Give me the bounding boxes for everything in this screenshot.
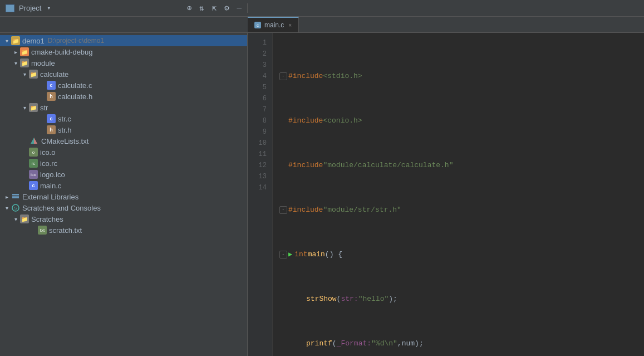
- tab-main-c[interactable]: c main.c ×: [248, 17, 299, 32]
- tree-item-logo-ico[interactable]: ico logo.ico: [0, 169, 247, 180]
- tree-item-cmakelists[interactable]: CMakeLists.txt: [0, 135, 247, 147]
- tree-item-scratches-consoles[interactable]: S Scratches and Consoles: [0, 202, 247, 213]
- tree-label-demo1: demo1: [22, 37, 45, 45]
- tree-item-main-c[interactable]: c main.c: [0, 180, 247, 191]
- tree-label-calculate-c: calculate.c: [58, 81, 92, 90]
- code-line-3: #include "module/calculate/calculate.h": [279, 160, 644, 171]
- arrow-calculate: [20, 71, 29, 77]
- arrow-str: [20, 105, 29, 111]
- main-area: 📁 demo1 D:\project-c\demo1 📁 cmake-build…: [0, 33, 644, 356]
- tree-label-calculate-h: calculate.h: [58, 92, 92, 101]
- ico-file-icon: ico: [29, 170, 38, 179]
- arrow-demo1: [2, 38, 11, 44]
- tab-close-button[interactable]: ×: [288, 22, 292, 28]
- c-file-icon-str-c: c: [47, 114, 56, 123]
- code-editor[interactable]: 1 2 3 4 5 6 7 8 9 10 11 12 13 14 -#inclu…: [248, 33, 644, 356]
- tree-label-main-c: main.c: [40, 182, 61, 190]
- tree-item-scratch-txt[interactable]: txt scratch.txt: [0, 225, 247, 236]
- tree-item-ico-o[interactable]: o ico.o: [0, 147, 247, 158]
- tree-item-scratches[interactable]: 📁 Scratches: [0, 213, 247, 225]
- svg-rect-4: [12, 197, 19, 198]
- collapse-all-icon[interactable]: ⇅: [199, 3, 204, 13]
- fold-btn-1[interactable]: -: [279, 72, 287, 80]
- tree-item-external-libraries[interactable]: External Libraries: [0, 191, 247, 202]
- folder-icon-cmake-build-debug: 📁: [20, 47, 29, 56]
- project-toolbar-icons: ⊕ ⇅ ⇱ ⚙ —: [187, 3, 242, 13]
- svg-rect-3: [12, 196, 19, 197]
- tree-label-calculate: calculate: [40, 70, 68, 79]
- expand-all-icon[interactable]: ⇱: [212, 3, 217, 13]
- folder-icon-str: 📁: [29, 103, 38, 112]
- txt-file-icon: txt: [38, 226, 47, 235]
- tab-filename: main.c: [264, 21, 284, 29]
- folder-icon-scratches: 📁: [20, 214, 29, 223]
- c-file-icon-calculate-c: c: [47, 81, 56, 90]
- settings-icon[interactable]: ⚙: [224, 3, 229, 13]
- line-numbers: 1 2 3 4 5 6 7 8 9 10 11 12 13 14: [248, 33, 273, 356]
- code-content[interactable]: -#include <stdio.h> #include <conio.h> #…: [273, 33, 644, 356]
- tree-item-str-c[interactable]: c str.c: [0, 113, 247, 124]
- project-panel-header: Project ▾ ⊕ ⇅ ⇱ ⚙ —: [0, 3, 248, 13]
- arrow-cmake-build-debug: [11, 49, 20, 55]
- code-line-2: #include <conio.h>: [279, 115, 644, 126]
- folder-icon-calculate: 📁: [29, 70, 38, 79]
- tree-item-str-h[interactable]: h str.h: [0, 124, 247, 135]
- tree-label-cmakelists: CMakeLists.txt: [41, 137, 89, 145]
- project-title: Project: [19, 4, 41, 12]
- ext-lib-icon: [11, 192, 20, 201]
- folder-icon-module: 📁: [20, 58, 29, 67]
- svg-rect-2: [12, 194, 19, 195]
- tree-label-logo-ico: logo.ico: [40, 170, 65, 179]
- minimize-icon[interactable]: —: [237, 3, 242, 13]
- arrow-scratches-consoles: [2, 205, 11, 211]
- svg-text:S: S: [14, 206, 17, 211]
- project-icon: [6, 4, 14, 12]
- tree-path-demo1: D:\project-c\demo1: [48, 37, 104, 45]
- tree-label-ico-o: ico.o: [40, 148, 55, 157]
- scratches-icon: S: [11, 203, 20, 212]
- arrow-module: [11, 60, 20, 66]
- tree-label-ico-rc: ico.rc: [40, 159, 57, 168]
- tree-label-scratch-txt: scratch.txt: [49, 226, 82, 235]
- tree-label-scratches-consoles: Scratches and Consoles: [22, 204, 101, 212]
- tree-item-calculate[interactable]: 📁 calculate: [0, 69, 247, 80]
- tree-label-external-libraries: External Libraries: [22, 193, 78, 201]
- project-tree: 📁 demo1 D:\project-c\demo1 📁 cmake-build…: [0, 33, 248, 356]
- tree-label-str: str: [40, 104, 48, 112]
- h-file-icon-calculate-h: h: [47, 92, 56, 101]
- add-content-icon[interactable]: ⊕: [187, 3, 191, 13]
- code-line-7: printf( _Format: "%d\n",num);: [279, 338, 644, 349]
- obj-file-icon: o: [29, 148, 38, 157]
- c-file-icon-main-c: c: [29, 181, 38, 190]
- tree-item-calculate-c[interactable]: c calculate.c: [0, 80, 247, 91]
- cmake-icon: [29, 136, 39, 145]
- code-line-1: -#include <stdio.h>: [279, 71, 644, 82]
- tree-label-str-h: str.h: [58, 126, 72, 134]
- tree-item-calculate-h[interactable]: h calculate.h: [0, 91, 247, 102]
- rc-file-icon: rc: [29, 159, 38, 168]
- tree-item-module[interactable]: 📁 module: [0, 57, 247, 69]
- code-line-4: -#include "module/str/str.h": [279, 204, 644, 216]
- fold-btn-4[interactable]: -: [279, 206, 287, 214]
- tree-item-str[interactable]: 📁 str: [0, 102, 247, 113]
- project-dropdown-icon[interactable]: ▾: [47, 4, 51, 12]
- arrow-scratches: [11, 216, 20, 222]
- code-line-5: -▶int main() {: [279, 249, 644, 260]
- title-bar: Project ▾ ⊕ ⇅ ⇱ ⚙ —: [0, 0, 644, 17]
- arrow-external-libraries: [2, 194, 11, 200]
- fold-btn-5[interactable]: -: [279, 251, 287, 259]
- tree-label-str-c: str.c: [58, 115, 71, 123]
- tree-label-module: module: [31, 59, 55, 67]
- h-file-icon-str-h: h: [47, 125, 56, 134]
- tree-item-cmake-build-debug[interactable]: 📁 cmake-build-debug: [0, 46, 247, 57]
- code-line-6: strShow( str: "hello");: [279, 294, 644, 305]
- tree-label-cmake-build-debug: cmake-build-debug: [31, 48, 93, 56]
- svg-marker-1: [34, 138, 37, 144]
- c-file-tab-icon: c: [254, 22, 261, 28]
- tree-label-scratches: Scratches: [31, 215, 63, 223]
- tree-item-ico-rc[interactable]: rc ico.rc: [0, 158, 247, 169]
- run-btn-5[interactable]: ▶: [288, 249, 292, 260]
- tree-item-demo1[interactable]: 📁 demo1 D:\project-c\demo1: [0, 35, 247, 46]
- tab-bar: c main.c ×: [0, 17, 644, 33]
- folder-open-icon: 📁: [11, 36, 20, 45]
